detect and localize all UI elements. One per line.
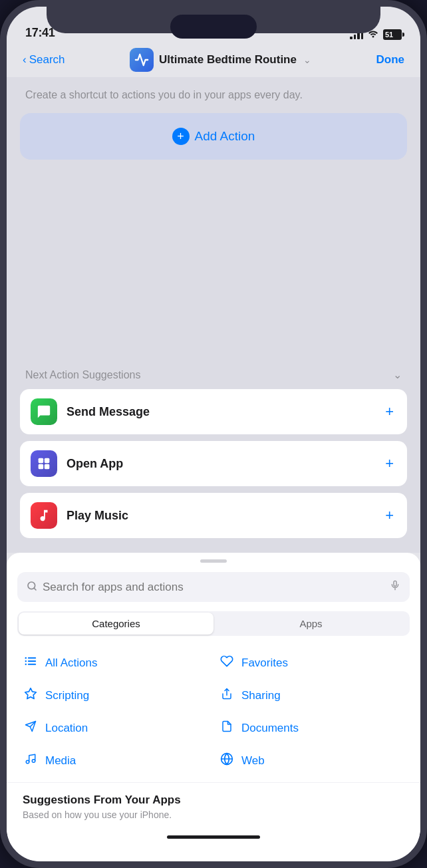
add-play-music-button[interactable]: + (382, 504, 396, 527)
action-item-send-message: Send Message + (20, 389, 407, 434)
action-item-left: Play Music (31, 502, 128, 529)
nav-title-container: Ultimate Bedtime Routine ⌄ (130, 48, 311, 72)
apps-suggestions-section: Suggestions From Your Apps Based on how … (7, 782, 420, 825)
send-message-label: Send Message (67, 405, 150, 419)
signal-bar-4 (361, 30, 364, 39)
action-item-left: Send Message (31, 398, 150, 425)
favorites-label: Favorites (241, 656, 288, 670)
svg-rect-3 (45, 464, 50, 470)
svg-rect-6 (394, 581, 396, 586)
svg-line-5 (34, 588, 36, 590)
web-label: Web (241, 754, 265, 768)
svg-rect-1 (45, 458, 50, 464)
categories-segment[interactable]: Categories (19, 613, 214, 635)
list-icon (23, 656, 39, 670)
add-action-plus-icon: + (172, 128, 190, 145)
scripting-label: Scripting (45, 689, 89, 702)
wifi-icon (367, 29, 379, 40)
main-content: Create a shortcut to actions you do in y… (7, 77, 420, 553)
category-scripting[interactable]: Scripting (17, 679, 214, 712)
svg-rect-0 (39, 458, 43, 464)
apps-segment[interactable]: Apps (214, 613, 408, 635)
status-icons: 51 (350, 29, 402, 40)
open-app-icon (31, 450, 57, 477)
sharing-icon (219, 687, 235, 704)
favorites-icon (219, 654, 235, 671)
description-text: Create a shortcut to actions you do in y… (25, 88, 402, 102)
action-item-open-app: Open App + (20, 441, 407, 486)
documents-icon (219, 720, 235, 736)
svg-point-13 (25, 664, 27, 665)
search-icon (27, 581, 37, 594)
action-item-left: Open App (31, 450, 123, 477)
search-bar[interactable] (17, 572, 410, 602)
add-open-app-button[interactable]: + (382, 452, 396, 475)
screen: 17:41 51 ‹ (7, 7, 420, 861)
messages-icon (31, 398, 57, 425)
music-icon (31, 502, 57, 529)
category-media[interactable]: Media (17, 744, 214, 777)
category-location[interactable]: Location (17, 712, 214, 744)
category-grid: All Actions Favorites (7, 647, 420, 777)
apps-suggestions-subtitle: Based on how you use your iPhone. (23, 809, 404, 820)
play-music-label: Play Music (67, 509, 128, 523)
nav-chevron-icon: ⌄ (303, 55, 311, 65)
category-all-actions[interactable]: All Actions (17, 647, 214, 679)
battery-icon: 51 (383, 29, 402, 40)
open-app-label: Open App (67, 457, 123, 471)
back-chevron-icon: ‹ (23, 53, 27, 67)
nav-bar: ‹ Search Ultimate Bedtime Routine ⌄ Done (7, 45, 420, 77)
category-documents[interactable]: Documents (214, 712, 410, 744)
apps-suggestions-title: Suggestions From Your Apps (23, 794, 404, 807)
location-icon (23, 720, 39, 736)
documents-label: Documents (241, 722, 299, 735)
shortcut-icon (130, 48, 154, 72)
add-send-message-button[interactable]: + (382, 400, 396, 423)
content-spacer (7, 170, 420, 362)
mic-icon[interactable] (390, 579, 400, 595)
phone-frame: 17:41 51 ‹ (0, 0, 427, 868)
sheet-handle (200, 559, 227, 563)
web-icon (219, 752, 235, 769)
svg-point-11 (25, 657, 27, 658)
sharing-label: Sharing (241, 689, 281, 702)
suggestions-section: Next Action Suggestions ⌄ Send Message + (7, 362, 420, 553)
signal-bars (350, 30, 363, 39)
home-bar (167, 835, 260, 839)
media-label: Media (45, 754, 76, 768)
back-button[interactable]: ‹ Search (23, 53, 65, 67)
action-item-play-music: Play Music + (20, 493, 407, 538)
category-favorites[interactable]: Favorites (214, 647, 410, 679)
signal-bar-1 (350, 37, 353, 39)
signal-bar-3 (357, 33, 360, 39)
location-label: Location (45, 722, 88, 735)
suggestions-title: Next Action Suggestions (25, 369, 140, 381)
svg-rect-2 (39, 464, 43, 470)
bottom-sheet: Categories Apps (7, 553, 420, 861)
signal-bar-2 (354, 35, 356, 39)
add-action-button[interactable]: + Add Action (20, 113, 407, 160)
dynamic-island (170, 15, 257, 39)
scripting-icon (23, 687, 39, 704)
search-input[interactable] (43, 581, 384, 594)
back-label: Search (29, 53, 65, 67)
svg-point-19 (32, 760, 35, 763)
add-action-container: + Add Action (7, 102, 420, 170)
suggestions-header: Next Action Suggestions ⌄ (20, 362, 407, 389)
svg-point-18 (26, 760, 29, 764)
media-icon (23, 752, 39, 769)
all-actions-label: All Actions (45, 656, 97, 670)
segmented-control: Categories Apps (17, 611, 410, 636)
add-action-label: Add Action (195, 129, 255, 144)
svg-marker-14 (25, 688, 37, 699)
suggestions-chevron-icon[interactable]: ⌄ (393, 368, 402, 381)
done-button[interactable]: Done (376, 53, 405, 67)
nav-title: Ultimate Bedtime Routine (159, 53, 297, 67)
status-time: 17:41 (25, 26, 55, 40)
category-sharing[interactable]: Sharing (214, 679, 410, 712)
home-indicator (7, 825, 420, 848)
description-area: Create a shortcut to actions you do in y… (7, 77, 420, 102)
svg-point-12 (25, 660, 27, 662)
category-web[interactable]: Web (214, 744, 410, 777)
